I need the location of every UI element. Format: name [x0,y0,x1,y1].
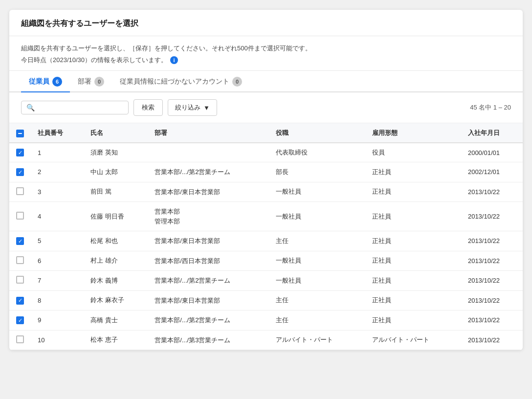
header-employment: 雇用形態 [365,123,461,143]
row-checkbox-3[interactable] [9,182,31,202]
cell-employee-id: 3 [31,182,84,202]
cell-employee-id: 8 [31,290,84,310]
cell-employment: 正社員 [365,290,461,310]
unchecked-checkbox[interactable] [16,256,24,264]
tabs-bar: 従業員 6 部署 0 従業員情報に紐づかないアカウント 0 [9,71,523,92]
filter-button[interactable]: 絞り込み ▼ [168,99,217,116]
cell-role: 主任 [269,231,365,251]
cell-dept: 営業本部 管理本部 [148,202,269,231]
cell-dept: 営業本部/.../第2営業チーム [148,310,269,331]
cell-role: 主任 [269,310,365,331]
cell-role: アルバイト・パート [269,330,365,350]
cell-employment: 正社員 [365,251,461,271]
cell-name: 松尾 和也 [84,231,148,251]
cell-employment: アルバイト・パート [365,330,461,350]
cell-join-date: 2013/10/22 [461,290,523,310]
cell-join-date: 2013/10/22 [461,251,523,271]
table-row: 9高橋 貴士営業本部/.../第2営業チーム主任正社員2013/10/22 [9,310,523,331]
cell-employee-id: 2 [31,162,84,182]
search-bar: 🔍 検索 絞り込み ▼ 45 名中 1 – 20 [9,92,523,123]
cell-join-date: 2013/10/22 [461,231,523,251]
cell-dept: 営業本部/西日本営業部 [148,251,269,271]
info-line2: 今日時点（2023/10/30）の情報を表示しています。 [21,55,167,66]
cell-dept: 営業本部/.../第3営業チーム [148,330,269,350]
cell-employment: 正社員 [365,310,461,331]
tab-employees[interactable]: 従業員 6 [21,71,70,92]
employee-table: 社員番号 氏名 部署 役職 雇用形態 入社年月日 1須磨 英知代表取締役役員20… [9,123,523,350]
cell-join-date: 2002/12/01 [461,162,523,182]
row-checkbox-8[interactable] [9,290,31,310]
search-input[interactable] [38,104,123,111]
row-checkbox-6[interactable] [9,251,31,271]
checked-checkbox[interactable] [16,237,24,245]
cell-dept: 営業本部/東日本営業部 [148,182,269,202]
row-checkbox-4[interactable] [9,202,31,231]
row-checkbox-2[interactable] [9,162,31,182]
unchecked-checkbox[interactable] [16,335,24,343]
checked-checkbox[interactable] [16,149,24,156]
tab-departments-label: 部署 [78,77,91,86]
search-button[interactable]: 検索 [133,99,163,116]
cell-dept: 営業本部/東日本営業部 [148,290,269,310]
tab-departments[interactable]: 部署 0 [70,71,112,92]
cell-employee-id: 6 [31,251,84,271]
cell-employment: 正社員 [365,202,461,231]
cell-role: 一般社員 [269,271,365,291]
cell-name: 高橋 貴士 [84,310,148,331]
unchecked-checkbox[interactable] [16,212,24,220]
table-row: 8鈴木 麻衣子営業本部/東日本営業部主任正社員2013/10/22 [9,290,523,310]
row-checkbox-5[interactable] [9,231,31,251]
cell-dept: 営業本部/東日本営業部 [148,231,269,251]
checked-checkbox[interactable] [16,297,24,305]
cell-name: 佐藤 明日香 [84,202,148,231]
cell-dept: 営業本部/.../第2営業チーム [148,271,269,291]
cell-join-date: 2000/01/01 [461,143,523,162]
tab-unlinked-badge: 0 [232,77,242,87]
cell-role: 一般社員 [269,182,365,202]
cell-employment: 正社員 [365,271,461,291]
cell-name: 中山 太郎 [84,162,148,182]
cell-name: 前田 篤 [84,182,148,202]
cell-join-date: 2013/10/22 [461,330,523,350]
cell-employee-id: 5 [31,231,84,251]
cell-role: 代表取締役 [269,143,365,162]
cell-employee-id: 9 [31,310,84,331]
cell-employee-id: 10 [31,330,84,350]
cell-role: 一般社員 [269,251,365,271]
cell-join-date: 2013/10/22 [461,202,523,231]
row-checkbox-7[interactable] [9,271,31,291]
header-role: 役職 [269,123,365,143]
tab-unlinked-label: 従業員情報に紐づかないアカウント [120,77,229,86]
select-all-header[interactable] [9,123,31,143]
unchecked-checkbox[interactable] [16,187,24,195]
table-row: 6村上 雄介営業本部/西日本営業部一般社員正社員2013/10/22 [9,251,523,271]
table-row: 4佐藤 明日香営業本部 管理本部一般社員正社員2013/10/22 [9,202,523,231]
checked-checkbox[interactable] [16,316,24,324]
row-checkbox-1[interactable] [9,143,31,162]
cell-join-date: 2013/10/22 [461,271,523,291]
header-employee-id: 社員番号 [31,123,84,143]
tab-employees-label: 従業員 [29,77,49,86]
select-all-checkbox[interactable] [16,130,24,137]
tab-unlinked[interactable]: 従業員情報に紐づかないアカウント 0 [112,71,250,92]
unchecked-checkbox[interactable] [16,276,24,284]
row-checkbox-9[interactable] [9,310,31,331]
cell-join-date: 2013/10/22 [461,182,523,202]
table-row: 7鈴木 義博営業本部/.../第2営業チーム一般社員正社員2013/10/22 [9,271,523,291]
table-row: 2中山 太郎営業本部/.../第2営業チーム部長正社員2002/12/01 [9,162,523,182]
checked-checkbox[interactable] [16,168,24,176]
table-row: 1須磨 英知代表取締役役員2000/01/01 [9,143,523,162]
cell-dept: 営業本部/.../第2営業チーム [148,162,269,182]
tab-departments-badge: 0 [94,77,104,87]
row-checkbox-10[interactable] [9,330,31,350]
cell-join-date: 2013/10/22 [461,310,523,331]
cell-name: 鈴木 麻衣子 [84,290,148,310]
cell-employment: 正社員 [365,182,461,202]
page-title: 組織図を共有するユーザーを選択 [21,19,511,29]
cell-dept [148,143,269,162]
filter-label: 絞り込み [175,103,200,112]
cell-role: 主任 [269,290,365,310]
search-input-wrap[interactable]: 🔍 [21,101,129,114]
cell-name: 須磨 英知 [84,143,148,162]
cell-employment: 正社員 [365,162,461,182]
